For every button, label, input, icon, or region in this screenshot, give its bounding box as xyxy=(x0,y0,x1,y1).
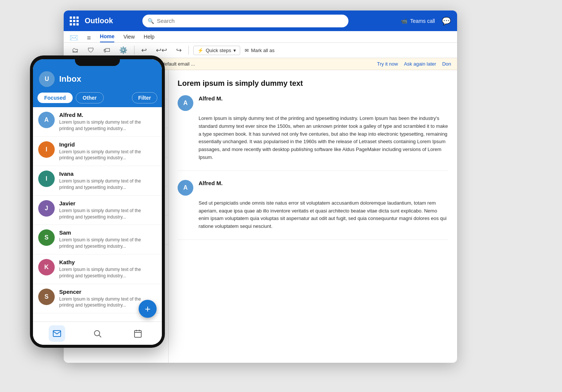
mobile-email-alfred[interactable]: A Alfred M. Lorem Ipsum is simply dummy … xyxy=(33,107,162,137)
mobile-sender-alfred: Alfred M. xyxy=(59,112,157,118)
mobile-sender-ingrid: Ingrid xyxy=(59,141,157,148)
title-bar: Outlook 🔍 📹 Teams call 💬 xyxy=(64,10,457,31)
mobile-avatar-spencer: S xyxy=(38,289,55,305)
search-icon: 🔍 xyxy=(148,18,154,24)
email-message-2: A Alfred M. Sed ut perspiciatis unde omn… xyxy=(178,180,448,240)
mobile-email-ingrid[interactable]: I Ingrid Lorem Ipsum is simply dummy tex… xyxy=(33,137,162,166)
separator-1 xyxy=(134,46,135,55)
mobile-sender-javier: Javier xyxy=(59,200,157,206)
quick-steps-label: Quick steps xyxy=(206,48,231,53)
mobile-email-list: A Alfred M. Lorem Ipsum is simply dummy … xyxy=(33,107,162,322)
nav-view[interactable]: View xyxy=(123,34,135,42)
email-reader: Lorem ipsum is simply dummy text A Alfre… xyxy=(169,70,457,363)
mobile-avatar-javier: J xyxy=(38,200,55,217)
mobile-preview-ivana: Lorem Ipsum is simply dummy text of the … xyxy=(59,178,157,191)
envelope-icon: ✉️ xyxy=(70,34,78,42)
chat-icon[interactable]: 💬 xyxy=(442,16,451,25)
mobile-sender-ivana: Ivana xyxy=(59,171,157,177)
tab-other[interactable]: Other xyxy=(76,92,104,103)
tab-focused[interactable]: Focused xyxy=(37,93,73,103)
mobile-nav-calendar[interactable] xyxy=(130,325,146,342)
mobile-sender-spencer: Spencer xyxy=(59,289,157,295)
tag-icon[interactable]: 🏷 xyxy=(101,45,112,55)
message-sender-1: Alfred M. xyxy=(199,95,223,102)
grid-icon[interactable] xyxy=(70,16,79,25)
email-subject: Lorem ipsum is simply dummy text xyxy=(178,79,448,88)
mobile-avatar-ingrid: I xyxy=(38,141,55,158)
message-avatar-initials-2: A xyxy=(178,180,193,196)
nav-help[interactable]: Help xyxy=(144,34,155,42)
mobile-inbox-title: Inbox xyxy=(59,74,156,84)
forward-icon[interactable]: ↪ xyxy=(174,45,184,55)
search-bar[interactable]: 🔍 xyxy=(142,15,348,27)
compose-fab[interactable]: + xyxy=(139,300,157,318)
separator-2 xyxy=(188,46,189,55)
message-avatar-1: A xyxy=(178,95,193,111)
mobile-sender-sam: Sam xyxy=(59,229,157,236)
mobile-preview-sam: Lorem Ipsum is simply dummy text of the … xyxy=(59,237,157,250)
message-avatar-initials-1: A xyxy=(178,95,193,111)
quick-steps-button[interactable]: ⚡ Quick steps ▾ xyxy=(193,46,240,55)
mobile-preview-kathy: Lorem Ipsum is simply dummy text of the … xyxy=(59,266,157,279)
mobile-nav-mail[interactable] xyxy=(49,325,65,342)
message-sender-2: Alfred M. xyxy=(199,180,223,186)
mobile-email-sam[interactable]: S Sam Lorem Ipsum is simply dummy text o… xyxy=(33,225,162,254)
mark-all-as-button[interactable]: ✉ Mark all as xyxy=(245,48,275,53)
message-avatar-2: A xyxy=(178,180,193,196)
teams-call-button[interactable]: 📹 Teams call xyxy=(401,18,435,24)
settings-icon[interactable]: ⚙️ xyxy=(117,45,130,55)
search-input[interactable] xyxy=(157,18,343,24)
mobile-nav-search[interactable] xyxy=(89,325,106,342)
mobile-email-ivana[interactable]: I Ivana Lorem Ipsum is simply dummy text… xyxy=(33,166,162,196)
dismiss-link[interactable]: Don xyxy=(442,61,451,67)
mobile-user-avatar[interactable]: U xyxy=(39,71,55,87)
title-bar-right: 📹 Teams call 💬 xyxy=(401,16,451,25)
mobile-preview-alfred: Lorem Ipsum is simply dummy text of the … xyxy=(59,119,157,132)
svg-point-1 xyxy=(94,331,100,336)
camera-icon: 📹 xyxy=(401,18,407,24)
mobile-avatar-sam: S xyxy=(38,229,55,246)
ribbon-nav: ✉️ ≡ Home View Help xyxy=(64,31,457,43)
mobile-avatar-ivana: I xyxy=(38,171,55,187)
mobile-sender-kathy: Kathy xyxy=(59,259,157,265)
mobile-avatar-initials: U xyxy=(39,71,55,87)
mobile-avatar-alfred: A xyxy=(38,112,55,128)
email-message-1: A Alfred M. Lorem Ipsum is simply dummy … xyxy=(178,95,448,171)
mobile-preview-ingrid: Lorem Ipsum is simply dummy text of the … xyxy=(59,149,157,162)
ribbon: ✉️ ≡ Home View Help 🗂 🛡 🏷 ⚙️ ↩ ↩↩ ↪ ⚡ Qu… xyxy=(64,31,457,58)
app-name: Outlook xyxy=(85,16,113,25)
message-body-1: Lorem Ipsum is simply dummy text of the … xyxy=(199,115,448,162)
phone-notch xyxy=(75,55,120,66)
teams-call-label: Teams call xyxy=(410,18,435,24)
ask-again-link[interactable]: Ask again later xyxy=(404,61,436,67)
reply-all-icon[interactable]: ↩↩ xyxy=(154,45,169,55)
mobile-phone: U Inbox Focused Other Filter A Alfred M.… xyxy=(30,55,165,348)
message-body-2: Sed ut perspiciatis unde omnis iste natu… xyxy=(199,199,448,230)
archive-icon[interactable]: 🗂 xyxy=(70,45,81,55)
mobile-avatar-kathy: K xyxy=(38,259,55,275)
reply-icon[interactable]: ↩ xyxy=(139,45,149,55)
mobile-email-javier[interactable]: J Javier Lorem Ipsum is simply dummy tex… xyxy=(33,196,162,225)
search-nav-icon xyxy=(93,329,102,338)
chevron-down-icon: ▾ xyxy=(233,48,236,53)
mail-icon xyxy=(52,329,61,338)
hamburger-icon[interactable]: ≡ xyxy=(87,34,91,42)
envelope-check-icon: ✉ xyxy=(245,48,249,53)
mobile-preview-javier: Lorem Ipsum is simply dummy text of the … xyxy=(59,208,157,220)
lightning-icon: ⚡ xyxy=(197,48,203,53)
svg-rect-3 xyxy=(135,331,141,337)
mobile-filter-tabs: Focused Other Filter xyxy=(33,92,162,107)
mobile-bottom-nav xyxy=(33,322,162,345)
nav-home[interactable]: Home xyxy=(100,33,115,42)
calendar-icon xyxy=(133,329,142,338)
shield-icon[interactable]: 🛡 xyxy=(85,45,97,55)
mark-all-label: Mark all as xyxy=(251,48,275,53)
filter-button[interactable]: Filter xyxy=(132,92,157,103)
svg-line-2 xyxy=(99,335,102,337)
mobile-email-kathy[interactable]: K Kathy Lorem Ipsum is simply dummy text… xyxy=(33,254,162,284)
try-now-link[interactable]: Try it now xyxy=(377,61,398,67)
